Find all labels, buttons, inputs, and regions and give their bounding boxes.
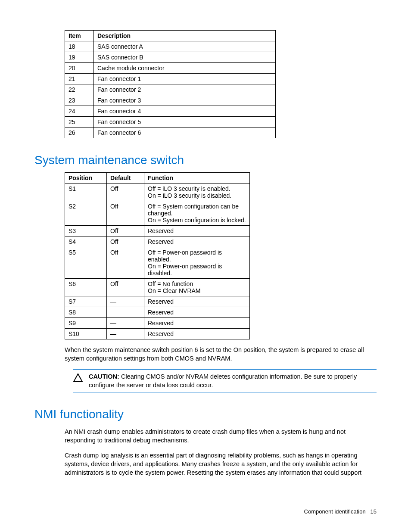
cell-default: — bbox=[107, 307, 144, 318]
table-row: 21Fan connector 1 bbox=[65, 74, 276, 84]
cell-description: Fan connector 2 bbox=[94, 84, 276, 95]
cell-position: S9 bbox=[65, 318, 107, 329]
cell-function: Reserved bbox=[144, 329, 250, 339]
cell-position: S1 bbox=[65, 184, 107, 201]
cell-function: Reserved bbox=[144, 296, 250, 307]
table-row: S4OffReserved bbox=[65, 236, 250, 247]
footer-text: Component identification bbox=[304, 508, 366, 515]
table-row: 20Cache module connector bbox=[65, 63, 276, 74]
cell-default: Off bbox=[107, 184, 144, 201]
cell-default: Off bbox=[107, 201, 144, 226]
caution-text: CAUTION: Clearing CMOS and/or NVRAM dele… bbox=[89, 372, 377, 390]
cell-default: Off bbox=[107, 247, 144, 279]
cell-default: Off bbox=[107, 279, 144, 296]
cell-item: 24 bbox=[65, 106, 94, 117]
cell-description: Cache module connector bbox=[94, 63, 276, 74]
cell-function: Reserved bbox=[144, 318, 250, 329]
cell-position: S10 bbox=[65, 329, 107, 339]
cell-default: — bbox=[107, 329, 144, 339]
table-header: Default bbox=[107, 173, 144, 184]
cell-item: 25 bbox=[65, 117, 94, 128]
cell-function: Reserved bbox=[144, 226, 250, 236]
cell-item: 18 bbox=[65, 41, 94, 52]
table-header: Item bbox=[65, 31, 94, 41]
svg-marker-0 bbox=[74, 374, 82, 382]
cell-position: S4 bbox=[65, 236, 107, 247]
table-row: S10—Reserved bbox=[65, 329, 250, 339]
cell-item: 23 bbox=[65, 95, 94, 106]
cell-function: Off = iLO 3 security is enabled. On = iL… bbox=[144, 184, 250, 201]
heading-system-maintenance-switch: System maintenance switch bbox=[34, 153, 377, 167]
table-row: S6OffOff = No function On = Clear NVRAM bbox=[65, 279, 250, 296]
table-row: S7—Reserved bbox=[65, 296, 250, 307]
document-page: Item Description 18SAS connector A19SAS … bbox=[0, 0, 411, 532]
cell-position: S7 bbox=[65, 296, 107, 307]
cell-default: — bbox=[107, 296, 144, 307]
heading-nmi-functionality: NMI functionality bbox=[34, 408, 377, 421]
cell-default: — bbox=[107, 318, 144, 329]
cell-description: Fan connector 1 bbox=[94, 74, 276, 84]
cell-function: Off = System configuration can be change… bbox=[144, 201, 250, 226]
page-number: 15 bbox=[371, 508, 377, 515]
caution-icon bbox=[73, 373, 83, 384]
cell-item: 26 bbox=[65, 128, 94, 138]
caution-body: Clearing CMOS and/or NVRAM deletes confi… bbox=[89, 373, 357, 389]
paragraph: When the system maintenance switch posit… bbox=[65, 345, 377, 363]
cell-position: S3 bbox=[65, 226, 107, 236]
cell-item: 20 bbox=[65, 63, 94, 74]
cell-position: S8 bbox=[65, 307, 107, 318]
cell-default: Off bbox=[107, 226, 144, 236]
table-row: S1OffOff = iLO 3 security is enabled. On… bbox=[65, 184, 250, 201]
table-header: Position bbox=[65, 173, 107, 184]
cell-description: Fan connector 6 bbox=[94, 128, 276, 138]
table-row: S8—Reserved bbox=[65, 307, 250, 318]
table-row: S2OffOff = System configuration can be c… bbox=[65, 201, 250, 226]
table-row: S3OffReserved bbox=[65, 226, 250, 236]
caution-label: CAUTION: bbox=[89, 373, 119, 380]
table-row: 24Fan connector 4 bbox=[65, 106, 276, 117]
table-row: 25Fan connector 5 bbox=[65, 117, 276, 128]
cell-position: S5 bbox=[65, 247, 107, 279]
cell-description: Fan connector 4 bbox=[94, 106, 276, 117]
cell-item: 21 bbox=[65, 74, 94, 84]
table-row: S5OffOff = Power-on password is enabled.… bbox=[65, 247, 250, 279]
table-row: 18SAS connector A bbox=[65, 41, 276, 52]
table-header: Description bbox=[94, 31, 276, 41]
table-row: 19SAS connector B bbox=[65, 52, 276, 63]
table-row: 22Fan connector 2 bbox=[65, 84, 276, 95]
cell-function: Reserved bbox=[144, 307, 250, 318]
cell-function: Off = Power-on password is enabled. On =… bbox=[144, 247, 250, 279]
table-row: 26Fan connector 6 bbox=[65, 128, 276, 138]
cell-description: Fan connector 5 bbox=[94, 117, 276, 128]
table-header: Function bbox=[144, 173, 250, 184]
caution-box: CAUTION: Clearing CMOS and/or NVRAM dele… bbox=[73, 369, 377, 393]
paragraph: An NMI crash dump enables administrators… bbox=[65, 427, 377, 445]
cell-item: 19 bbox=[65, 52, 94, 63]
cell-description: Fan connector 3 bbox=[94, 95, 276, 106]
table-row: 23Fan connector 3 bbox=[65, 95, 276, 106]
cell-position: S2 bbox=[65, 201, 107, 226]
table-row: S9—Reserved bbox=[65, 318, 250, 329]
cell-default: Off bbox=[107, 236, 144, 247]
cell-description: SAS connector A bbox=[94, 41, 276, 52]
maintenance-switch-table: Position Default Function S1OffOff = iLO… bbox=[65, 172, 250, 339]
cell-position: S6 bbox=[65, 279, 107, 296]
cell-item: 22 bbox=[65, 84, 94, 95]
item-description-table: Item Description 18SAS connector A19SAS … bbox=[65, 30, 276, 138]
cell-function: Off = No function On = Clear NVRAM bbox=[144, 279, 250, 296]
page-footer: Component identification 15 bbox=[304, 508, 377, 515]
cell-description: SAS connector B bbox=[94, 52, 276, 63]
paragraph: Crash dump log analysis is an essential … bbox=[65, 451, 377, 477]
cell-function: Reserved bbox=[144, 236, 250, 247]
